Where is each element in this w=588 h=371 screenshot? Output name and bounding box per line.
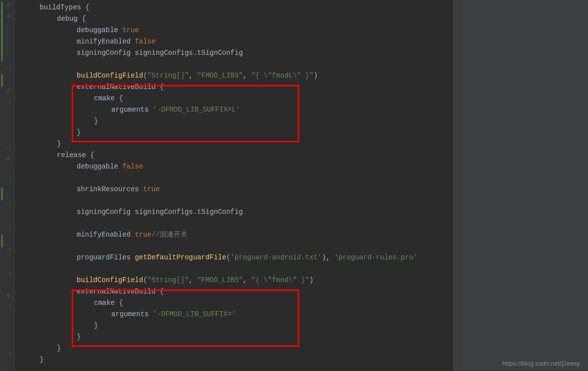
- change-marker: [1, 74, 3, 86]
- right-panel: [459, 0, 588, 371]
- code-line: buildConfigField("String[]", "FMOD_LIBS"…: [15, 70, 459, 82]
- code-line: arguments '-DFMOD_LIB_SUFFIX=': [15, 309, 459, 320]
- gutter-dash: —: [7, 178, 11, 184]
- gutter: ⊖ ⊖ ⊖ ⊖ ⊖ — — — — — — — — — —: [0, 0, 15, 371]
- gutter-dash: —: [7, 201, 11, 207]
- code-line: release {: [15, 150, 459, 161]
- code-line: [15, 59, 459, 70]
- gutter-dash: —: [7, 65, 11, 71]
- fold-icon[interactable]: ⊖: [7, 156, 10, 162]
- scrollbar[interactable]: [452, 0, 459, 371]
- code-line: externalNativeBuild {: [15, 82, 459, 93]
- gutter-dash: —: [7, 224, 11, 230]
- code-line: }: [15, 354, 459, 366]
- gutter-dash: —: [7, 349, 11, 355]
- code-line: }: [15, 331, 459, 343]
- code-line: buildConfigField("String[]", "FMOD_LIBS"…: [15, 275, 459, 286]
- code-line: externalNativeBuild {: [15, 286, 459, 297]
- code-line: buildTypes {: [15, 2, 459, 13]
- fold-icon[interactable]: ⊖: [7, 13, 10, 19]
- editor-container: ⊖ ⊖ ⊖ ⊖ ⊖ — — — — — — — — — — buildTypes…: [0, 0, 588, 371]
- code-line: [15, 241, 459, 252]
- gutter-dash: —: [7, 247, 11, 252]
- code-line: cmake {: [15, 297, 459, 309]
- code-line: debuggable true: [15, 25, 459, 36]
- change-marker: [1, 235, 3, 247]
- code-line: debug {: [15, 13, 459, 25]
- gutter-dash: —: [7, 304, 11, 310]
- code-line: }: [15, 343, 459, 354]
- code-line: debuggable false: [15, 161, 459, 172]
- code-line: minifyEnabled false: [15, 36, 459, 47]
- gutter-dash: —: [7, 144, 11, 150]
- change-marker: [1, 2, 3, 61]
- code-line: proguardFiles getDefaultProguardFile('pr…: [15, 252, 459, 263]
- code-line: [15, 218, 459, 229]
- code-line: }: [15, 116, 459, 127]
- fold-icon[interactable]: ⊖: [7, 292, 10, 298]
- code-line: }: [15, 127, 459, 138]
- code-line: [15, 172, 459, 184]
- watermark: https://blog.csdn.net/j2eesy: [502, 360, 580, 367]
- code-area[interactable]: buildTypes { debug { debuggable true min…: [15, 0, 459, 371]
- code-line: signingConfig signingConfigs.tSignConfig: [15, 206, 459, 218]
- fold-icon[interactable]: ⊖: [7, 2, 10, 8]
- code-line: }: [15, 138, 459, 150]
- code-line: [15, 195, 459, 206]
- code-line: }: [15, 320, 459, 331]
- gutter-dash: —: [7, 269, 11, 275]
- code-line: cmake {: [15, 93, 459, 104]
- change-marker: [1, 188, 3, 200]
- code-line: minifyEnabled true//混淆开关: [15, 229, 459, 241]
- gutter-dash: —: [7, 99, 11, 105]
- code-line: shrinkResources true: [15, 184, 459, 195]
- code-line: [15, 263, 459, 275]
- fold-icon[interactable]: ⊖: [7, 88, 10, 94]
- code-line: signingConfig signingConfigs.tSignConfig: [15, 47, 459, 59]
- code-line: arguments '-DFMOD_LIB_SUFFIX=L': [15, 104, 459, 116]
